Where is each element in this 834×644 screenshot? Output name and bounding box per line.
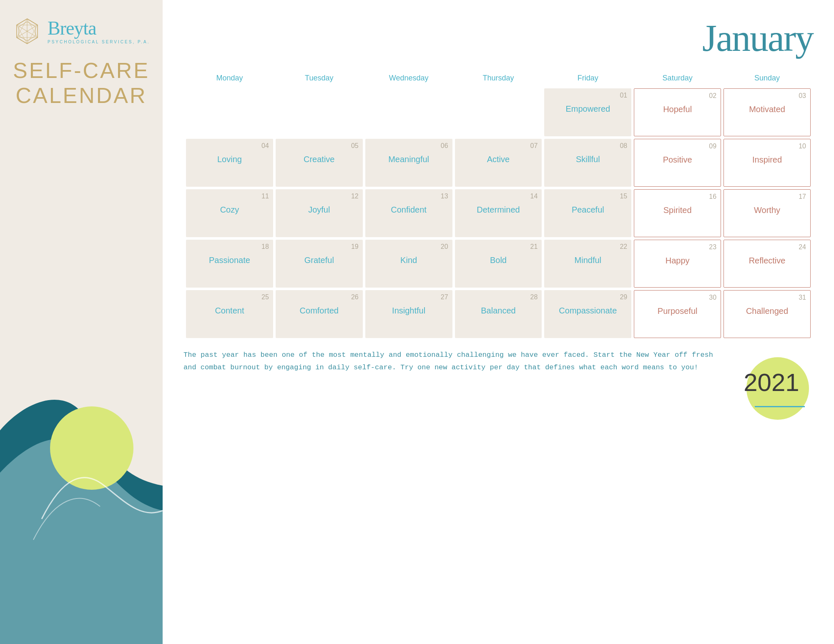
day-number: 20	[369, 243, 448, 251]
day-number: 23	[638, 243, 716, 251]
day-number: 24	[728, 243, 806, 251]
calendar-cell: 17Worthy	[723, 189, 811, 237]
day-word: Worthy	[728, 205, 806, 215]
calendar-cell: 23Happy	[634, 240, 721, 288]
title-line1: SELF-CARE	[13, 58, 150, 83]
day-word: Grateful	[280, 256, 359, 265]
day-word: Reflective	[728, 256, 806, 266]
day-word: Loving	[190, 155, 269, 164]
calendar-cell: 10Inspired	[723, 139, 811, 187]
day-header-monday: Monday	[186, 70, 273, 86]
right-panel: January MondayTuesdayWednesdayThursdayFr…	[163, 0, 834, 644]
day-word: Joyful	[280, 205, 359, 215]
day-word: Balanced	[459, 306, 538, 316]
calendar-cell: 18Passionate	[186, 240, 273, 288]
self-care-title: SELF-CARE CALENDAR	[5, 58, 158, 108]
calendar-cell: 24Reflective	[723, 240, 811, 288]
day-number: 22	[548, 243, 627, 251]
day-number: 26	[280, 293, 359, 301]
calendar-week-1: 01Empowered02Hopeful03Motivated	[186, 88, 811, 136]
day-number: 06	[369, 142, 448, 150]
day-number: 29	[548, 293, 627, 301]
day-number: 17	[728, 193, 806, 200]
calendar-cell: 05Creative	[276, 139, 363, 187]
day-word: Insightful	[369, 306, 448, 316]
calendar-cell	[186, 88, 273, 136]
calendar-cell: 19Grateful	[276, 240, 363, 288]
day-word: Bold	[459, 256, 538, 265]
day-number: 01	[548, 92, 627, 99]
day-word: Peaceful	[548, 205, 627, 215]
brand-subtitle: PSYCHOLOGICAL SERVICES, P.A.	[48, 40, 150, 44]
calendar-header-row: MondayTuesdayWednesdayThursdayFridaySatu…	[186, 70, 811, 86]
calendar-cell: 04Loving	[186, 139, 273, 187]
calendar-cell: 02Hopeful	[634, 88, 721, 136]
calendar-cell: 28Balanced	[455, 290, 542, 338]
calendar-cell	[276, 88, 363, 136]
day-number: 05	[280, 142, 359, 150]
day-header-tuesday: Tuesday	[276, 70, 363, 86]
day-header-saturday: Saturday	[634, 70, 721, 86]
logo-area: Breyta PSYCHOLOGICAL SERVICES, P.A.	[0, 17, 163, 46]
day-word: Mindful	[548, 256, 627, 265]
day-word: Active	[459, 155, 538, 164]
footer-text: The past year has been one of the most m…	[183, 349, 713, 374]
footer-area: The past year has been one of the most m…	[183, 349, 813, 416]
day-word: Inspired	[728, 155, 806, 165]
day-word: Content	[190, 306, 269, 316]
calendar-week-4: 18Passionate19Grateful20Kind21Bold22Mind…	[186, 240, 811, 288]
calendar-cell: 16Spirited	[634, 189, 721, 237]
day-word: Happy	[638, 256, 716, 266]
calendar-cell	[455, 88, 542, 136]
logo-text-area: Breyta PSYCHOLOGICAL SERVICES, P.A.	[48, 19, 150, 44]
calendar-cell: 21Bold	[455, 240, 542, 288]
calendar-cell: 14Determined	[455, 189, 542, 237]
day-number: 03	[728, 92, 806, 100]
day-word: Motivated	[728, 105, 806, 114]
day-header-sunday: Sunday	[723, 70, 811, 86]
day-word: Comforted	[280, 306, 359, 316]
day-word: Compassionate	[548, 306, 627, 316]
day-header-wednesday: Wednesday	[365, 70, 452, 86]
calendar-week-3: 11Cozy12Joyful13Confident14Determined15P…	[186, 189, 811, 237]
logo-icon	[13, 17, 42, 46]
calendar-cell: 09Positive	[634, 139, 721, 187]
day-number: 11	[190, 193, 269, 200]
calendar-cell: 20Kind	[365, 240, 452, 288]
day-word: Empowered	[548, 104, 627, 114]
calendar-cell: 26Comforted	[276, 290, 363, 338]
calendar-cell: 03Motivated	[723, 88, 811, 136]
day-number: 16	[638, 193, 716, 200]
day-word: Purposeful	[638, 306, 716, 316]
calendar-cell: 07Active	[455, 139, 542, 187]
day-word: Spirited	[638, 205, 716, 215]
calendar-cell: 01Empowered	[544, 88, 631, 136]
day-word: Passionate	[190, 256, 269, 265]
calendar-cell: 11Cozy	[186, 189, 273, 237]
day-number: 28	[459, 293, 538, 301]
calendar-cell: 15Peaceful	[544, 189, 631, 237]
year-badge: 2021	[730, 349, 813, 416]
day-word: Cozy	[190, 205, 269, 215]
day-number: 27	[369, 293, 448, 301]
year-underline	[755, 406, 805, 407]
day-number: 10	[728, 143, 806, 150]
day-number: 04	[190, 142, 269, 150]
day-number: 08	[548, 142, 627, 150]
day-number: 21	[459, 243, 538, 251]
day-word: Skillful	[548, 155, 627, 164]
decorative-art	[0, 269, 163, 644]
day-number: 09	[638, 143, 716, 150]
left-panel: Breyta PSYCHOLOGICAL SERVICES, P.A. SELF…	[0, 0, 163, 644]
calendar-cell: 22Mindful	[544, 240, 631, 288]
calendar-cell: 25Content	[186, 290, 273, 338]
day-number: 14	[459, 193, 538, 200]
day-number: 02	[638, 92, 716, 100]
day-word: Kind	[369, 256, 448, 265]
calendar-table: MondayTuesdayWednesdayThursdayFridaySatu…	[183, 68, 813, 341]
calendar-cell: 27Insightful	[365, 290, 452, 338]
day-word: Confident	[369, 205, 448, 215]
brand-name: Breyta	[48, 19, 150, 38]
calendar-cell: 08Skillful	[544, 139, 631, 187]
calendar-week-5: 25Content26Comforted27Insightful28Balanc…	[186, 290, 811, 338]
